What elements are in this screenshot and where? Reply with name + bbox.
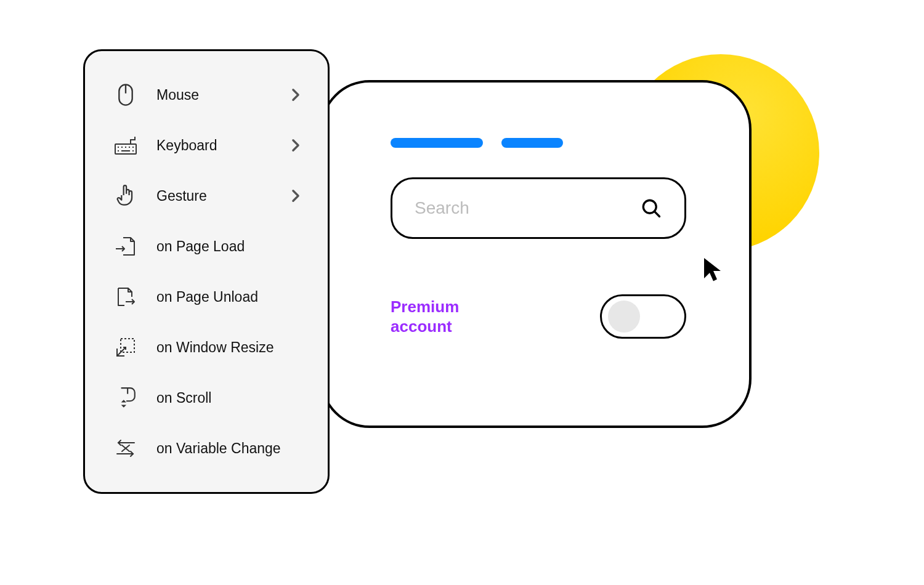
placeholder-bar [391, 138, 483, 148]
gesture-icon [113, 184, 138, 208]
menu-item-label: Gesture [156, 188, 271, 204]
settings-panel: Search Premium account [320, 80, 752, 428]
cursor-pointer-icon [702, 256, 724, 283]
menu-item-page-unload[interactable]: on Page Unload [85, 272, 328, 322]
premium-toggle[interactable] [600, 294, 686, 339]
chevron-right-icon [290, 189, 302, 203]
scroll-icon [113, 385, 138, 410]
menu-item-label: on Variable Change [156, 440, 302, 457]
page-unload-icon [113, 284, 138, 309]
premium-account-label: Premium account [391, 297, 459, 337]
search-icon[interactable] [640, 197, 662, 219]
menu-item-label: on Page Unload [156, 289, 302, 305]
menu-item-page-load[interactable]: on Page Load [85, 221, 328, 272]
menu-item-keyboard[interactable]: Keyboard [85, 120, 328, 171]
menu-item-label: Mouse [156, 87, 271, 103]
svg-rect-4 [115, 144, 136, 154]
menu-item-label: Keyboard [156, 137, 271, 154]
chevron-right-icon [290, 88, 302, 102]
trigger-menu: Mouse Keyboard Gesture [83, 49, 330, 494]
search-input[interactable]: Search [391, 177, 686, 239]
menu-item-mouse[interactable]: Mouse [85, 70, 328, 120]
svg-line-1 [655, 212, 660, 217]
chevron-right-icon [290, 139, 302, 152]
window-resize-icon [113, 335, 138, 360]
page-load-icon [113, 234, 138, 259]
menu-item-label: on Window Resize [156, 339, 302, 356]
mouse-icon [113, 83, 138, 107]
menu-item-label: on Page Load [156, 238, 302, 255]
placeholder-header-bars [391, 138, 694, 148]
menu-item-variable-change[interactable]: on Variable Change [85, 423, 328, 474]
search-placeholder: Search [415, 198, 469, 218]
keyboard-icon [113, 133, 138, 158]
menu-item-scroll[interactable]: on Scroll [85, 373, 328, 423]
menu-item-window-resize[interactable]: on Window Resize [85, 322, 328, 373]
placeholder-bar [501, 138, 563, 148]
menu-item-label: on Scroll [156, 390, 302, 406]
toggle-knob [608, 301, 640, 333]
variable-change-icon [113, 436, 138, 461]
menu-item-gesture[interactable]: Gesture [85, 171, 328, 221]
